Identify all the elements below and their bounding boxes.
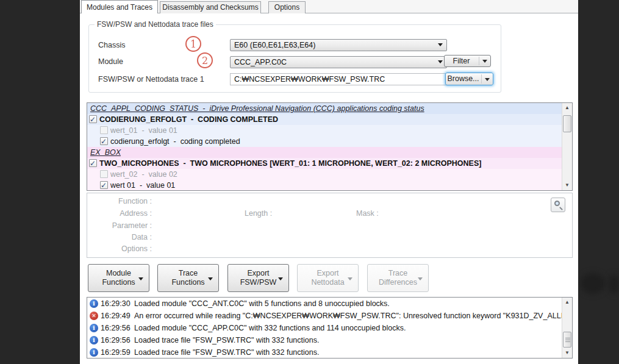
groupbox-title: FSW/PSW and Nettodata trace files (95, 20, 216, 29)
trace-files-groupbox: FSW/PSW and Nettodata trace files Chassi… (88, 24, 501, 93)
checkbox[interactable] (89, 115, 97, 123)
log-entry[interactable]: i16:29:56Loaded module "CCC_APP.C0C" wit… (87, 322, 562, 334)
button-label-line1: Module (88, 269, 149, 278)
list-scrollbar[interactable]: ▲ ▼ (562, 103, 572, 190)
list-item[interactable]: wert_02 - value 02 (87, 169, 562, 180)
chevron-down-icon[interactable] (278, 277, 283, 280)
chevron-down-icon[interactable] (138, 277, 143, 280)
log-list: i16:29:30Loaded module "CCC_ANT.C0C" wit… (87, 297, 573, 359)
scroll-down-icon[interactable]: ▼ (562, 348, 572, 358)
chassis-dropdown[interactable]: E60 (E60,E61,E63,E64) (230, 39, 447, 51)
list-item[interactable]: codierung_erfolgt - coding completed (87, 136, 562, 147)
tab-strip: Modules and TracesDisassembly and Checks… (80, 0, 578, 13)
search-button[interactable] (551, 198, 565, 212)
screen: Modules and TracesDisassembly and Checks… (0, 0, 619, 364)
group-header-text: EX_BOX (87, 148, 121, 157)
log-entry[interactable]: ✕16:29:49An error occurred while reading… (87, 310, 562, 322)
info-icon: i (90, 336, 98, 344)
browse-button-label: Browse... (446, 73, 481, 85)
options-label: Options : (87, 244, 152, 253)
background-blob (581, 273, 605, 294)
trace-functions-button[interactable]: TraceFunctions (157, 264, 219, 292)
browse-button[interactable]: Browse... (445, 73, 493, 85)
tab-disassembly-and-checksums[interactable]: Disassembly and Checksums (160, 1, 261, 13)
scroll-down-icon[interactable]: ▼ (562, 180, 572, 190)
checkbox[interactable] (100, 126, 108, 134)
log-message: Loaded trace file "FSW_PSW.TRC" with 332… (134, 346, 319, 359)
chassis-value: E60 (E60,E61,E63,E64) (234, 41, 315, 49)
log-entry[interactable]: i16:29:56Loaded trace file "FSW_PSW.TRC"… (87, 334, 562, 346)
trace-file-label: FSW/PSW or Nettodata trace 1 (98, 75, 204, 84)
scroll-up-icon[interactable]: ▲ (562, 298, 572, 307)
address-label: Address : (87, 209, 152, 218)
list-item[interactable]: EX_BOX (87, 147, 562, 158)
chevron-down-icon (438, 43, 443, 46)
split-divider (481, 74, 482, 84)
log-scrollbar[interactable]: ▲ ▼ (562, 298, 572, 358)
log-entry[interactable]: i16:29:30Loaded module "CCC_ANT.C0C" wit… (87, 298, 562, 310)
filter-button[interactable]: Filter (444, 55, 491, 67)
chevron-down-icon[interactable] (208, 277, 213, 280)
error-icon: ✕ (90, 312, 98, 320)
trace-differences-button: TraceDifferences (367, 264, 429, 292)
scrollbar-thumb[interactable] (563, 332, 571, 348)
list-item[interactable]: wert 01 - value 01 (87, 180, 562, 191)
search-icon (554, 201, 560, 206)
annotation-circle-2: 2 (197, 52, 213, 68)
coding-status-list: CCC_APPL_CODING_STATUS - iDrive Professi… (87, 102, 573, 191)
list-item[interactable]: CODIERUNG_ERFOLGT - CODING COMPLETED (87, 114, 562, 125)
log-message: Loaded module "CCC_APP.C0C" with 332 fun… (134, 322, 406, 334)
export-nettodata-button: ExportNettodata (297, 264, 359, 292)
parameter-label: Parameter : (87, 221, 152, 230)
chevron-down-icon[interactable] (482, 60, 487, 63)
function-label: Function : (87, 197, 152, 205)
group-header-text: CCC_APPL_CODING_STATUS - iDrive Professi… (87, 104, 424, 113)
mask-label: Mask : (356, 209, 379, 218)
list-item-text: wert_02 - value 02 (110, 169, 177, 180)
log-message: Loaded trace file "FSW_PSW.TRC" with 332… (134, 334, 319, 346)
background-blob (609, 274, 619, 294)
search-icon-handle (559, 207, 563, 210)
list-item-text: CODIERUNG_ERFOLGT - CODING COMPLETED (99, 114, 278, 125)
button-label-line1: Export (228, 269, 288, 278)
log-timestamp: 16:29:56 (101, 334, 131, 346)
length-label: Length : (245, 209, 272, 218)
list-item-text: wert_01 - value 01 (110, 125, 177, 136)
list-item-text: codierung_erfolgt - coding completed (110, 136, 240, 147)
module-label: Module (98, 57, 123, 66)
checkbox[interactable] (100, 170, 108, 178)
tab-options[interactable]: Options (268, 1, 306, 13)
log-timestamp: 16:29:59 (101, 346, 131, 359)
export-fswpsw-button[interactable]: ExportFSW/PSW (227, 264, 289, 292)
log-timestamp: 16:29:56 (101, 322, 131, 334)
chevron-down-icon (438, 60, 443, 63)
log-entry[interactable]: i16:29:59Loaded trace file "FSW_PSW.TRC"… (87, 346, 562, 359)
button-label-line1: Trace (158, 269, 218, 278)
tab-modules-and-traces[interactable]: Modules and Traces (81, 0, 158, 13)
chassis-label: Chassis (98, 41, 125, 49)
checkbox[interactable] (100, 181, 108, 189)
function-details-panel: Function : Address : Length : Mask : Par… (87, 193, 573, 258)
log-message: Loaded module "CCC_ANT.C0C" with 5 funct… (134, 298, 390, 310)
scroll-up-icon[interactable]: ▲ (562, 103, 572, 113)
annotation-circle-1: 1 (185, 36, 201, 52)
list-item[interactable]: CCC_APPL_CODING_STATUS - iDrive Professi… (87, 103, 562, 114)
checkbox[interactable] (100, 137, 108, 145)
split-divider (479, 57, 479, 65)
list-item[interactable]: TWO_MICROPHONES - TWO MICROPHONES [WERT_… (87, 158, 562, 169)
app-window: Modules and TracesDisassembly and Checks… (80, 0, 578, 364)
chevron-down-icon (348, 277, 352, 280)
thumb-grip (565, 341, 570, 342)
module-dropdown[interactable]: CCC_APP.C0C (230, 56, 447, 68)
module-functions-button[interactable]: ModuleFunctions (88, 264, 149, 292)
trace-file-input[interactable]: C:₩NCSEXPER₩WORK₩FSW_PSW.TRC (230, 73, 447, 85)
checkbox[interactable] (89, 159, 97, 167)
list-item[interactable]: wert_01 - value 01 (87, 125, 562, 136)
log-timestamp: 16:29:49 (101, 310, 131, 322)
scrollbar-thumb[interactable] (563, 115, 571, 132)
log-message: An error occurred while reading "C:₩NCSE… (134, 310, 562, 322)
chevron-down-icon (418, 277, 423, 280)
chevron-down-icon[interactable] (485, 78, 490, 81)
list-item-text: TWO_MICROPHONES - TWO MICROPHONES [WERT_… (99, 158, 481, 169)
filter-button-label: Filter (445, 55, 478, 66)
